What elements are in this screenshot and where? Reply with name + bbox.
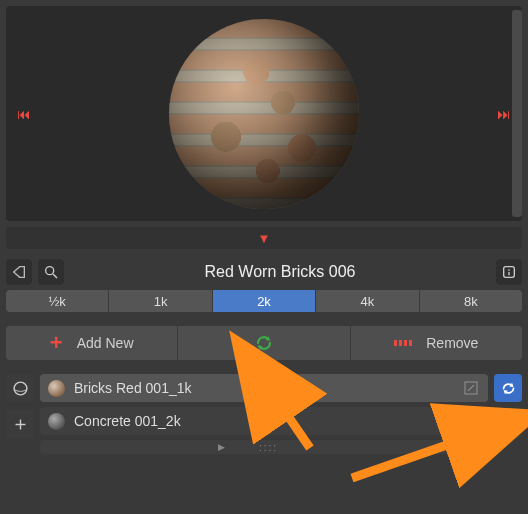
material-list-area: Bricks Red 001_1kConcrete 001_2k▶::::	[6, 374, 522, 454]
action-row: + Add New Remove	[6, 326, 522, 360]
add-new-button[interactable]: + Add New	[6, 326, 177, 360]
svg-point-3	[508, 269, 510, 271]
search-icon	[43, 264, 59, 280]
resolution-option-8k[interactable]: 8k	[420, 290, 522, 312]
tag-back-icon	[11, 264, 27, 280]
list-item[interactable]: Concrete 001_2k	[40, 407, 488, 435]
resolution-selector: ½k1k2k4k8k	[6, 290, 522, 312]
grip-dots-icon: ::::	[259, 442, 278, 453]
plus-small-icon	[12, 416, 29, 433]
material-title: Red Worn Bricks 006	[70, 263, 490, 281]
preview-mode-button[interactable]	[6, 374, 34, 402]
list-item[interactable]: Bricks Red 001_1k	[40, 374, 488, 402]
info-icon	[501, 264, 517, 280]
add-new-label: Add New	[77, 335, 134, 351]
material-list: Bricks Red 001_1kConcrete 001_2k▶::::	[40, 374, 488, 454]
sphere-icon	[12, 380, 29, 397]
remove-button[interactable]: Remove	[351, 326, 522, 360]
material-swatch-icon	[48, 413, 65, 430]
preview-next-button[interactable]: ⏭	[494, 106, 514, 122]
export-list-button[interactable]	[494, 410, 522, 438]
material-preview-panel: ⏮ ⏭	[6, 6, 522, 221]
resolution-option-2k[interactable]: 2k	[213, 290, 315, 312]
search-button[interactable]	[38, 259, 64, 285]
edit-item-button[interactable]	[462, 379, 480, 397]
expand-triangle-icon: ▶	[218, 442, 227, 452]
edit-icon	[462, 379, 480, 397]
list-item-label: Bricks Red 001_1k	[74, 380, 453, 396]
refresh-icon	[255, 334, 273, 352]
svg-point-7	[14, 382, 27, 395]
edit-item-button[interactable]	[462, 412, 480, 430]
preview-prev-button[interactable]: ⏮	[14, 106, 34, 122]
reload-list-button[interactable]	[494, 374, 522, 402]
plus-icon: +	[50, 332, 63, 354]
resolution-option-4k[interactable]: 4k	[316, 290, 418, 312]
collapse-icon: ▼	[258, 231, 271, 246]
reload-icon	[500, 380, 517, 397]
material-swatch-icon	[48, 380, 65, 397]
resolution-option-½k[interactable]: ½k	[6, 290, 108, 312]
list-item-label: Concrete 001_2k	[74, 413, 453, 429]
minus-icon	[394, 340, 412, 346]
preview-scrollbar[interactable]	[512, 10, 522, 217]
svg-line-1	[53, 274, 57, 278]
remove-label: Remove	[426, 335, 478, 351]
resolution-option-1k[interactable]: 1k	[109, 290, 211, 312]
edit-icon	[462, 412, 480, 430]
back-button[interactable]	[6, 259, 32, 285]
export-icon	[500, 416, 517, 433]
title-row: Red Worn Bricks 006	[6, 259, 522, 285]
collapse-preview-button[interactable]: ▼	[6, 227, 522, 249]
list-footer-grip[interactable]: ▶::::	[40, 440, 488, 454]
material-preview-sphere	[169, 19, 359, 209]
refresh-button[interactable]	[178, 326, 349, 360]
info-button[interactable]	[496, 259, 522, 285]
add-list-button[interactable]	[6, 410, 34, 438]
svg-point-0	[46, 267, 54, 275]
